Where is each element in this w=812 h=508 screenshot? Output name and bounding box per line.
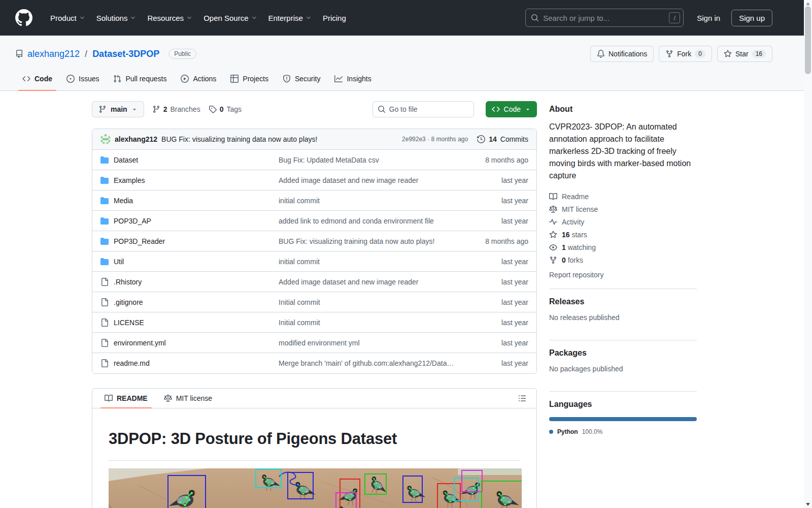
scrollbar-thumb[interactable] [805, 6, 811, 74]
commit-hash-link[interactable]: 2e992e3 [402, 136, 426, 143]
outline-button[interactable] [515, 391, 529, 405]
table-row[interactable]: Util initial commit last year [92, 251, 536, 272]
graph-icon [334, 75, 343, 83]
triangle-down-icon [131, 106, 138, 112]
code-icon [22, 75, 30, 83]
readme-card: README MIT license 3DPOP: 3D Posture of … [92, 388, 537, 508]
table-row[interactable]: .Rhistory Added image dataset and new im… [92, 272, 536, 292]
file-name[interactable]: .Rhistory [114, 278, 279, 286]
search-icon [531, 14, 539, 22]
file-name[interactable]: Util [114, 258, 279, 266]
file-commit-date: last year [462, 359, 528, 367]
file-commit-message[interactable]: initial commit [279, 258, 462, 266]
readme-header: README MIT license [92, 389, 536, 408]
menu-item-product[interactable]: Product [45, 11, 91, 25]
tab-security[interactable]: Security [276, 67, 328, 90]
table-row[interactable]: readme.md Merge branch 'main' of github.… [92, 353, 536, 373]
chevron-down-icon [251, 15, 257, 21]
menu-item-solutions[interactable]: Solutions [91, 11, 142, 25]
fork-button[interactable]: Fork 0 [659, 46, 712, 62]
commit-message-link[interactable]: BUG Fix: visualizing training data now a… [161, 135, 317, 143]
file-name[interactable]: Dataset [114, 156, 279, 164]
table-row[interactable]: POP3D_Reader BUG Fix: visualizing traini… [92, 231, 536, 251]
file-name[interactable]: .gitignore [114, 298, 279, 306]
tab-readme[interactable]: README [96, 389, 156, 408]
tab-mit-license[interactable]: MIT license [156, 389, 220, 408]
watching-stat[interactable]: 1 watching [549, 241, 697, 253]
tab-pull-requests[interactable]: Pull requests [106, 67, 174, 90]
activity-link[interactable]: Activity [549, 215, 697, 228]
global-search[interactable]: / [525, 9, 684, 27]
file-commit-message[interactable]: modified environment yml [279, 339, 462, 347]
menu-item-open-source[interactable]: Open Source [198, 11, 262, 25]
github-logo-icon[interactable] [15, 9, 32, 26]
file-commit-message[interactable]: initial commit [279, 197, 462, 205]
releases-empty-text: No releases published [549, 313, 697, 322]
notifications-button[interactable]: Notifications [590, 46, 654, 62]
menu-item-resources[interactable]: Resources [142, 11, 198, 25]
file-commit-message[interactable]: Initial commit [279, 298, 462, 306]
star-count[interactable]: 16 [752, 50, 766, 58]
scrollbar-up-arrow-icon[interactable] [806, 2, 810, 5]
table-row[interactable]: LICENSE Initial commit last year [92, 312, 536, 333]
list-unordered-icon [518, 394, 526, 402]
license-link[interactable]: MIT license [549, 203, 697, 215]
tab-insights[interactable]: Insights [327, 67, 378, 90]
tab-projects[interactable]: Projects [223, 67, 276, 90]
browser-scrollbar[interactable] [804, 0, 812, 508]
file-name[interactable]: POP3D_Reader [114, 237, 279, 245]
file-commit-message[interactable]: Added image dataset and new image reader [279, 278, 462, 286]
fork-count[interactable]: 0 [695, 50, 705, 58]
commit-history-link[interactable]: 14 Commits [477, 135, 528, 143]
file-commit-date: last year [462, 197, 528, 205]
scrollbar-down-arrow-icon[interactable] [806, 503, 810, 506]
star-button[interactable]: Star 16 [717, 46, 772, 62]
file-name[interactable]: environment.yml [114, 339, 279, 347]
branch-selector[interactable]: main [92, 101, 144, 117]
fork-icon [665, 50, 673, 58]
file-commit-message[interactable]: Bug Fix: Updated MetaData csv [279, 156, 462, 164]
table-row[interactable]: POP3D_AP added link to edmond and conda … [92, 211, 536, 231]
stars-stat[interactable]: 16 stars [549, 228, 697, 241]
breadcrumb-separator: / [85, 49, 87, 59]
tags-link[interactable]: 0 Tags [209, 105, 242, 113]
file-name[interactable]: Media [114, 197, 279, 205]
sidebar: About CVPR2023- 3DPOP: An automated anno… [549, 91, 697, 508]
file-name[interactable]: Examples [114, 176, 279, 184]
file-commit-message[interactable]: added link to edmond and conda environme… [279, 217, 462, 225]
file-name[interactable]: LICENSE [114, 319, 279, 327]
file-commit-message[interactable]: BUG Fix: visualizing training data now a… [279, 237, 462, 245]
file-commit-message[interactable]: Initial commit [279, 319, 462, 327]
forks-stat[interactable]: 0 forks [549, 253, 697, 266]
pull-request-icon [113, 75, 121, 83]
code-dropdown-button[interactable]: Code [486, 101, 537, 117]
avatar[interactable] [100, 134, 111, 144]
file-commit-message[interactable]: Added image dataset and new image reader [279, 176, 462, 184]
sign-up-button[interactable]: Sign up [731, 10, 772, 26]
file-name[interactable]: POP3D_AP [114, 217, 279, 225]
repo-name-link[interactable]: Dataset-3DPOP [92, 49, 159, 59]
language-python[interactable]: Python 100.0% [549, 428, 697, 435]
menu-item-enterprise[interactable]: Enterprise [263, 11, 317, 25]
branches-link[interactable]: 2 Branches [152, 105, 200, 113]
repo-actions: Notifications Fork 0 Star 16 [590, 46, 772, 62]
commit-author-link[interactable]: alexhang212 [115, 135, 157, 143]
table-row[interactable]: Dataset Bug Fix: Updated MetaData csv 8 … [92, 150, 536, 170]
tab-actions[interactable]: Actions [174, 67, 223, 90]
go-to-file-input[interactable] [373, 101, 474, 117]
table-row[interactable]: Media initial commit last year [92, 190, 536, 211]
repo-owner-link[interactable]: alexhang212 [27, 49, 80, 59]
readme-link[interactable]: Readme [549, 190, 697, 203]
file-commit-message[interactable]: Merge branch 'main' of github.com:alexha… [279, 359, 462, 367]
report-repository-link[interactable]: Report repository [549, 271, 603, 279]
table-row[interactable]: environment.yml modified environment yml… [92, 333, 536, 353]
tab-code[interactable]: Code [15, 67, 59, 90]
menu-item-pricing[interactable]: Pricing [317, 11, 352, 25]
sign-in-link[interactable]: Sign in [697, 14, 720, 22]
tab-issues[interactable]: Issues [59, 67, 106, 90]
table-row[interactable]: Examples Added image dataset and new ima… [92, 170, 536, 190]
table-row[interactable]: .gitignore Initial commit last year [92, 292, 536, 312]
search-input[interactable] [543, 14, 669, 22]
file-name[interactable]: readme.md [114, 359, 279, 367]
file-commit-date: last year [462, 176, 528, 184]
